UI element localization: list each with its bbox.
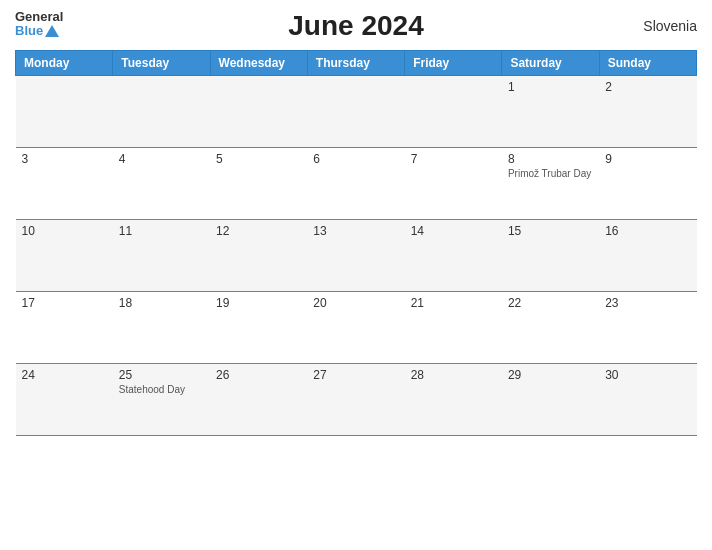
calendar-cell: 15 <box>502 220 599 292</box>
calendar-cell: 19 <box>210 292 307 364</box>
calendar-cell: 24 <box>16 364 113 436</box>
day-number: 11 <box>119 224 204 238</box>
col-header-sunday: Sunday <box>599 51 696 76</box>
calendar-cell: 5 <box>210 148 307 220</box>
logo-blue-text: Blue <box>15 24 63 38</box>
col-header-saturday: Saturday <box>502 51 599 76</box>
calendar-cell: 16 <box>599 220 696 292</box>
day-number: 13 <box>313 224 398 238</box>
calendar-cell: 14 <box>405 220 502 292</box>
calendar-table: Monday Tuesday Wednesday Thursday Friday… <box>15 50 697 436</box>
day-number: 17 <box>22 296 107 310</box>
day-number: 16 <box>605 224 690 238</box>
calendar-week-row: 12 <box>16 76 697 148</box>
calendar-cell: 2 <box>599 76 696 148</box>
calendar-page: General Blue June 2024 Slovenia Monday T… <box>0 0 712 550</box>
calendar-cell: 20 <box>307 292 404 364</box>
calendar-week-row: 10111213141516 <box>16 220 697 292</box>
calendar-cell: 12 <box>210 220 307 292</box>
calendar-cell <box>307 76 404 148</box>
day-number: 7 <box>411 152 496 166</box>
day-number: 10 <box>22 224 107 238</box>
logo-general-text: General <box>15 10 63 24</box>
calendar-week-row: 345678Primož Trubar Day9 <box>16 148 697 220</box>
calendar-header-row: Monday Tuesday Wednesday Thursday Friday… <box>16 51 697 76</box>
logo-triangle-icon <box>45 25 59 37</box>
day-number: 14 <box>411 224 496 238</box>
day-number: 12 <box>216 224 301 238</box>
calendar-cell: 9 <box>599 148 696 220</box>
day-number: 15 <box>508 224 593 238</box>
calendar-cell: 21 <box>405 292 502 364</box>
day-number: 4 <box>119 152 204 166</box>
logo: General Blue <box>15 10 63 39</box>
col-header-monday: Monday <box>16 51 113 76</box>
calendar-cell: 30 <box>599 364 696 436</box>
day-number: 28 <box>411 368 496 382</box>
col-header-thursday: Thursday <box>307 51 404 76</box>
day-number: 6 <box>313 152 398 166</box>
day-number: 18 <box>119 296 204 310</box>
col-header-friday: Friday <box>405 51 502 76</box>
calendar-cell: 28 <box>405 364 502 436</box>
calendar-header: General Blue June 2024 Slovenia <box>15 10 697 42</box>
day-number: 8 <box>508 152 593 166</box>
day-number: 26 <box>216 368 301 382</box>
day-number: 27 <box>313 368 398 382</box>
calendar-cell: 25Statehood Day <box>113 364 210 436</box>
calendar-cell <box>16 76 113 148</box>
calendar-cell <box>405 76 502 148</box>
calendar-cell: 11 <box>113 220 210 292</box>
day-number: 19 <box>216 296 301 310</box>
holiday-label: Statehood Day <box>119 384 204 395</box>
day-number: 9 <box>605 152 690 166</box>
calendar-cell: 27 <box>307 364 404 436</box>
day-number: 23 <box>605 296 690 310</box>
calendar-cell <box>113 76 210 148</box>
calendar-week-row: 2425Statehood Day2627282930 <box>16 364 697 436</box>
calendar-cell: 22 <box>502 292 599 364</box>
day-number: 25 <box>119 368 204 382</box>
calendar-cell: 17 <box>16 292 113 364</box>
calendar-cell: 29 <box>502 364 599 436</box>
day-number: 3 <box>22 152 107 166</box>
calendar-title: June 2024 <box>288 10 423 42</box>
calendar-cell: 7 <box>405 148 502 220</box>
day-number: 21 <box>411 296 496 310</box>
country-label: Slovenia <box>643 18 697 34</box>
calendar-cell: 10 <box>16 220 113 292</box>
calendar-cell: 8Primož Trubar Day <box>502 148 599 220</box>
col-header-wednesday: Wednesday <box>210 51 307 76</box>
day-number: 20 <box>313 296 398 310</box>
day-number: 22 <box>508 296 593 310</box>
calendar-cell: 6 <box>307 148 404 220</box>
day-number: 5 <box>216 152 301 166</box>
calendar-cell: 26 <box>210 364 307 436</box>
calendar-cell: 4 <box>113 148 210 220</box>
calendar-cell: 3 <box>16 148 113 220</box>
holiday-label: Primož Trubar Day <box>508 168 593 179</box>
day-number: 30 <box>605 368 690 382</box>
day-number: 1 <box>508 80 593 94</box>
day-number: 29 <box>508 368 593 382</box>
calendar-cell: 23 <box>599 292 696 364</box>
calendar-cell: 18 <box>113 292 210 364</box>
calendar-cell <box>210 76 307 148</box>
day-number: 2 <box>605 80 690 94</box>
calendar-cell: 1 <box>502 76 599 148</box>
day-number: 24 <box>22 368 107 382</box>
col-header-tuesday: Tuesday <box>113 51 210 76</box>
calendar-week-row: 17181920212223 <box>16 292 697 364</box>
calendar-cell: 13 <box>307 220 404 292</box>
